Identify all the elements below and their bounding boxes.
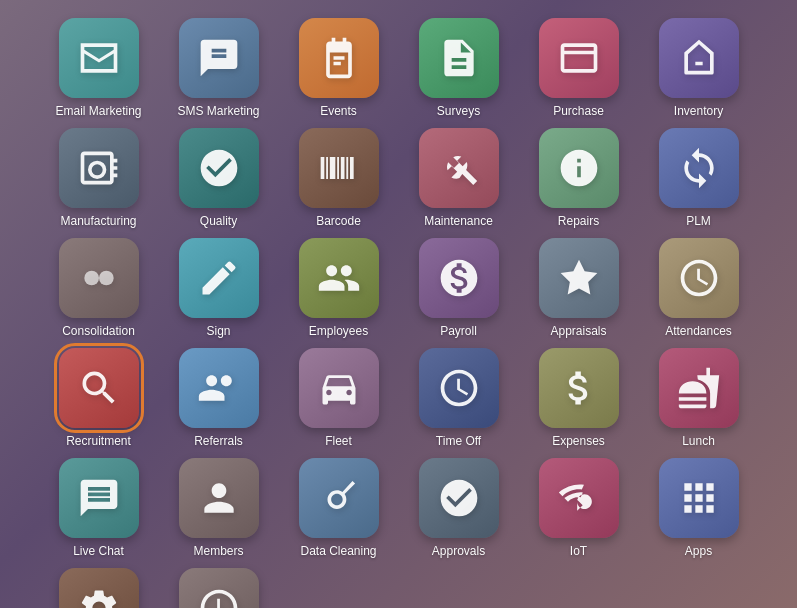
app-item-purchase[interactable]: Purchase bbox=[524, 18, 634, 118]
app-item-manufacturing[interactable]: Manufacturing bbox=[44, 128, 154, 228]
app-label: PLM bbox=[686, 214, 711, 228]
app-label: Maintenance bbox=[424, 214, 493, 228]
apps-icon bbox=[659, 458, 739, 538]
employees-icon bbox=[299, 238, 379, 318]
app-item-fleet[interactable]: Fleet bbox=[284, 348, 394, 448]
app-label: Employees bbox=[309, 324, 368, 338]
manufacturing-icon bbox=[59, 128, 139, 208]
app-item-sms-marketing[interactable]: SMS Marketing bbox=[164, 18, 274, 118]
app-item-updates[interactable]: Updates bbox=[164, 568, 274, 608]
app-label: Referrals bbox=[194, 434, 243, 448]
attendances-icon bbox=[659, 238, 739, 318]
app-label: Surveys bbox=[437, 104, 480, 118]
sign-icon bbox=[179, 238, 259, 318]
app-label: Manufacturing bbox=[60, 214, 136, 228]
app-label: Barcode bbox=[316, 214, 361, 228]
app-label: Fleet bbox=[325, 434, 352, 448]
app-label: IoT bbox=[570, 544, 587, 558]
app-item-iot[interactable]: IoT bbox=[524, 458, 634, 558]
app-label: Events bbox=[320, 104, 357, 118]
svg-point-0 bbox=[84, 271, 99, 286]
app-label: Live Chat bbox=[73, 544, 124, 558]
svg-point-1 bbox=[99, 271, 114, 286]
appraisals-icon bbox=[539, 238, 619, 318]
app-item-repairs[interactable]: Repairs bbox=[524, 128, 634, 228]
app-item-referrals[interactable]: Referrals bbox=[164, 348, 274, 448]
app-label: Appraisals bbox=[550, 324, 606, 338]
email-icon bbox=[59, 18, 139, 98]
app-label: Sign bbox=[206, 324, 230, 338]
approvals-icon bbox=[419, 458, 499, 538]
iot-icon bbox=[539, 458, 619, 538]
app-item-plm[interactable]: PLM bbox=[644, 128, 754, 228]
timeoff-icon bbox=[419, 348, 499, 428]
app-label: Repairs bbox=[558, 214, 599, 228]
barcode-icon bbox=[299, 128, 379, 208]
app-label: Data Cleaning bbox=[300, 544, 376, 558]
app-label: Email Marketing bbox=[55, 104, 141, 118]
referrals-icon bbox=[179, 348, 259, 428]
app-item-email-marketing[interactable]: Email Marketing bbox=[44, 18, 154, 118]
fleet-icon bbox=[299, 348, 379, 428]
app-item-payroll[interactable]: Payroll bbox=[404, 238, 514, 338]
app-label: Expenses bbox=[552, 434, 605, 448]
app-item-recruitment[interactable]: Recruitment bbox=[44, 348, 154, 448]
livechat-icon bbox=[59, 458, 139, 538]
app-item-members[interactable]: Members bbox=[164, 458, 274, 558]
inventory-icon bbox=[659, 18, 739, 98]
app-item-data-cleaning[interactable]: Data Cleaning bbox=[284, 458, 394, 558]
surveys-icon bbox=[419, 18, 499, 98]
app-label: Recruitment bbox=[66, 434, 131, 448]
app-item-maintenance[interactable]: Maintenance bbox=[404, 128, 514, 228]
app-item-lunch[interactable]: Lunch bbox=[644, 348, 754, 448]
app-item-barcode[interactable]: Barcode bbox=[284, 128, 394, 228]
app-item-expenses[interactable]: Expenses bbox=[524, 348, 634, 448]
expenses-icon bbox=[539, 348, 619, 428]
events-icon bbox=[299, 18, 379, 98]
app-item-live-chat[interactable]: Live Chat bbox=[44, 458, 154, 558]
app-item-consolidation[interactable]: Consolidation bbox=[44, 238, 154, 338]
app-label: Members bbox=[193, 544, 243, 558]
app-label: Apps bbox=[685, 544, 712, 558]
app-item-quality[interactable]: Quality bbox=[164, 128, 274, 228]
app-label: Lunch bbox=[682, 434, 715, 448]
repairs-icon bbox=[539, 128, 619, 208]
app-item-sign[interactable]: Sign bbox=[164, 238, 274, 338]
app-item-appraisals[interactable]: Appraisals bbox=[524, 238, 634, 338]
settings-icon bbox=[59, 568, 139, 608]
quality-icon bbox=[179, 128, 259, 208]
app-label: Time Off bbox=[436, 434, 481, 448]
recruitment-icon bbox=[59, 348, 139, 428]
app-item-inventory[interactable]: Inventory bbox=[644, 18, 754, 118]
lunch-icon bbox=[659, 348, 739, 428]
purchase-icon bbox=[539, 18, 619, 98]
sms-icon bbox=[179, 18, 259, 98]
app-grid: Email MarketingSMS MarketingEventsSurvey… bbox=[44, 18, 754, 608]
app-label: Attendances bbox=[665, 324, 732, 338]
app-item-employees[interactable]: Employees bbox=[284, 238, 394, 338]
app-label: SMS Marketing bbox=[177, 104, 259, 118]
app-item-approvals[interactable]: Approvals bbox=[404, 458, 514, 558]
payroll-icon bbox=[419, 238, 499, 318]
datacleaning-icon bbox=[299, 458, 379, 538]
app-item-apps[interactable]: Apps bbox=[644, 458, 754, 558]
app-item-surveys[interactable]: Surveys bbox=[404, 18, 514, 118]
updates-icon bbox=[179, 568, 259, 608]
app-label: Consolidation bbox=[62, 324, 135, 338]
app-label: Approvals bbox=[432, 544, 485, 558]
members-icon bbox=[179, 458, 259, 538]
consolidation-icon bbox=[59, 238, 139, 318]
app-item-attendances[interactable]: Attendances bbox=[644, 238, 754, 338]
app-item-events[interactable]: Events bbox=[284, 18, 394, 118]
maintenance-icon bbox=[419, 128, 499, 208]
app-label: Quality bbox=[200, 214, 237, 228]
app-label: Purchase bbox=[553, 104, 604, 118]
app-label: Payroll bbox=[440, 324, 477, 338]
plm-icon bbox=[659, 128, 739, 208]
app-label: Inventory bbox=[674, 104, 723, 118]
app-item-settings[interactable]: Settings bbox=[44, 568, 154, 608]
app-item-time-off[interactable]: Time Off bbox=[404, 348, 514, 448]
